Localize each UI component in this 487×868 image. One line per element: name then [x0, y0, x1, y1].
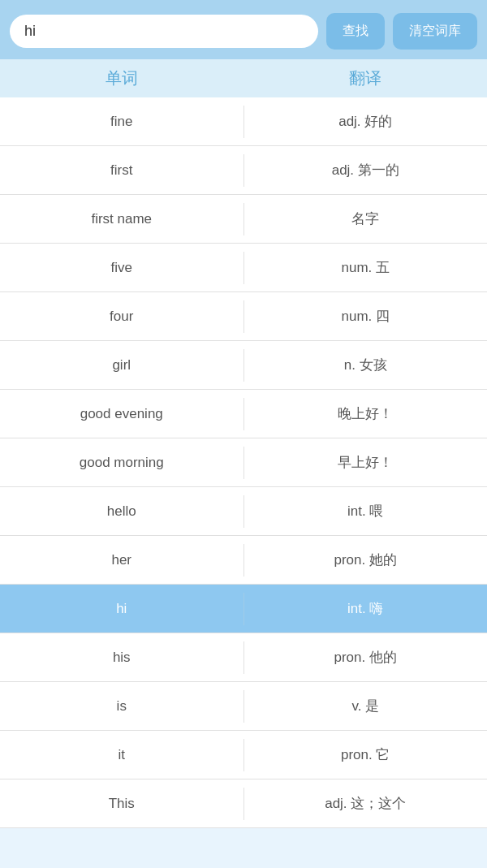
word-cell: This: [0, 784, 244, 823]
word-cell: four: [0, 297, 244, 336]
table-row[interactable]: fineadj. 好的: [0, 97, 487, 146]
translation-cell: 早上好！: [244, 442, 488, 483]
table-row[interactable]: helloint. 喂: [0, 487, 487, 536]
table-row[interactable]: good evening晚上好！: [0, 390, 487, 438]
table-row[interactable]: hispron. 他的: [0, 633, 487, 682]
word-cell: first name: [0, 200, 244, 239]
table-row[interactable]: hiint. 嗨: [0, 585, 487, 633]
translation-cell: pron. 他的: [244, 637, 488, 678]
table-row[interactable]: first name名字: [0, 195, 487, 244]
word-list: fineadj. 好的firstadj. 第一的first name名字five…: [0, 97, 487, 828]
word-column-header: 单词: [0, 67, 244, 89]
word-cell: five: [0, 248, 244, 287]
clear-button[interactable]: 清空词库: [393, 13, 477, 50]
word-cell: hello: [0, 492, 244, 531]
translation-cell: int. 喂: [244, 490, 488, 532]
translation-cell: n. 女孩: [244, 344, 488, 386]
translation-cell: pron. 它: [244, 734, 488, 775]
search-input-wrapper: [10, 15, 318, 48]
table-row[interactable]: fivenum. 五: [0, 244, 487, 292]
translation-cell: num. 四: [244, 296, 488, 337]
word-cell: her: [0, 541, 244, 580]
translation-cell: adj. 第一的: [244, 149, 488, 191]
word-cell: it: [0, 736, 244, 775]
translation-cell: pron. 她的: [244, 539, 488, 581]
table-row[interactable]: isv. 是: [0, 682, 487, 731]
column-headers: 单词 翻译: [0, 59, 487, 97]
search-button[interactable]: 查找: [326, 13, 385, 50]
word-cell: fine: [0, 102, 244, 141]
translation-column-header: 翻译: [244, 67, 487, 89]
table-row[interactable]: girln. 女孩: [0, 341, 487, 390]
table-row[interactable]: firstadj. 第一的: [0, 146, 487, 195]
word-cell: good morning: [0, 443, 244, 482]
table-row[interactable]: fournum. 四: [0, 292, 487, 341]
word-cell: is: [0, 687, 244, 726]
translation-cell: v. 是: [244, 685, 488, 727]
translation-cell: adj. 好的: [244, 101, 488, 142]
word-cell: hi: [0, 589, 244, 628]
word-cell: girl: [0, 346, 244, 385]
translation-cell: 晚上好！: [244, 393, 488, 434]
word-cell: good evening: [0, 395, 244, 434]
translation-cell: int. 嗨: [244, 588, 488, 629]
table-row[interactable]: good morning早上好！: [0, 438, 487, 487]
word-cell: first: [0, 151, 244, 190]
table-row[interactable]: itpron. 它: [0, 731, 487, 779]
translation-cell: num. 五: [244, 247, 488, 288]
translation-cell: 名字: [244, 198, 488, 240]
table-row[interactable]: Thisadj. 这；这个: [0, 779, 487, 828]
top-bar: 查找 清空词库: [0, 0, 487, 59]
translation-cell: adj. 这；这个: [244, 783, 488, 824]
word-cell: his: [0, 638, 244, 677]
table-row[interactable]: herpron. 她的: [0, 536, 487, 585]
search-input[interactable]: [24, 23, 304, 40]
